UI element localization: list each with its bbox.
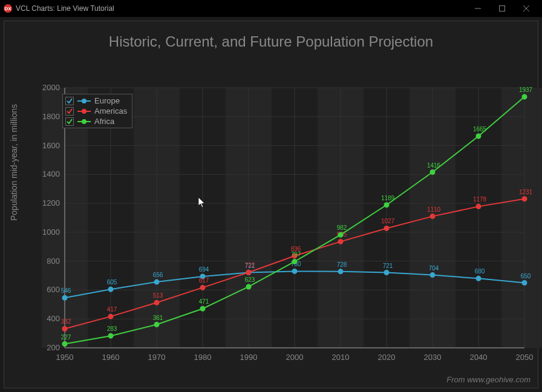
legend-checkbox-americas[interactable] bbox=[65, 107, 74, 116]
svg-point-68 bbox=[384, 270, 390, 275]
svg-text:1990: 1990 bbox=[240, 353, 258, 362]
svg-point-88 bbox=[338, 239, 344, 244]
legend-label: Africa bbox=[94, 117, 114, 126]
svg-text:1110: 1110 bbox=[427, 206, 441, 213]
svg-point-110 bbox=[338, 232, 344, 238]
svg-text:400: 400 bbox=[47, 314, 60, 323]
svg-rect-9 bbox=[501, 88, 542, 348]
svg-rect-1 bbox=[500, 6, 505, 11]
svg-point-112 bbox=[384, 202, 390, 207]
svg-text:1950: 1950 bbox=[56, 353, 74, 362]
legend-marker-europe bbox=[77, 97, 91, 105]
svg-text:417: 417 bbox=[107, 306, 117, 313]
svg-text:513: 513 bbox=[153, 292, 163, 299]
svg-text:332: 332 bbox=[61, 318, 71, 325]
legend-item-americas[interactable]: Americas bbox=[64, 106, 131, 116]
legend-item-africa[interactable]: Africa bbox=[64, 116, 131, 126]
svg-text:1980: 1980 bbox=[194, 353, 212, 362]
svg-text:2020: 2020 bbox=[378, 353, 396, 362]
svg-text:2050: 2050 bbox=[516, 353, 534, 362]
chart-title: Historic, Current, and Future Population… bbox=[4, 21, 538, 50]
svg-point-58 bbox=[154, 279, 160, 285]
svg-text:650: 650 bbox=[521, 273, 531, 279]
legend-checkbox-europe[interactable] bbox=[65, 97, 74, 105]
svg-text:600: 600 bbox=[47, 285, 60, 294]
svg-text:2000: 2000 bbox=[42, 83, 60, 92]
svg-text:200: 200 bbox=[47, 343, 60, 352]
app-icon: DX bbox=[4, 4, 12, 13]
close-button[interactable] bbox=[514, 0, 538, 17]
svg-text:283: 283 bbox=[107, 325, 117, 332]
svg-text:361: 361 bbox=[153, 315, 163, 321]
svg-point-96 bbox=[522, 196, 527, 201]
svg-point-90 bbox=[384, 226, 390, 231]
window-titlebar: DX VCL Charts: Line View Tutorial bbox=[0, 0, 542, 17]
window-title: VCL Charts: Line View Tutorial bbox=[16, 4, 114, 13]
svg-point-94 bbox=[476, 204, 482, 209]
svg-point-108 bbox=[292, 259, 298, 264]
svg-text:728: 728 bbox=[337, 261, 347, 268]
svg-text:1600: 1600 bbox=[42, 141, 60, 150]
svg-point-102 bbox=[154, 322, 160, 327]
svg-text:704: 704 bbox=[429, 265, 439, 272]
legend-marker-africa bbox=[77, 118, 91, 125]
svg-text:1200: 1200 bbox=[42, 198, 60, 207]
svg-text:1189: 1189 bbox=[381, 195, 395, 201]
svg-point-104 bbox=[200, 306, 206, 312]
svg-text:800: 800 bbox=[47, 256, 60, 266]
svg-text:471: 471 bbox=[199, 298, 209, 305]
svg-text:680: 680 bbox=[475, 268, 485, 275]
svg-text:1231: 1231 bbox=[519, 189, 533, 195]
svg-text:656: 656 bbox=[153, 272, 163, 278]
svg-text:1000: 1000 bbox=[42, 227, 60, 237]
legend-item-europe[interactable]: Europe bbox=[64, 96, 131, 106]
svg-text:617: 617 bbox=[199, 277, 209, 284]
chart-credit: From www.geohive.com bbox=[446, 375, 531, 384]
y-axis-label: Population mid-year, in millions bbox=[9, 104, 19, 221]
svg-point-78 bbox=[108, 314, 114, 319]
chart-container: Historic, Current, and Future Population… bbox=[4, 21, 538, 388]
svg-text:1416: 1416 bbox=[427, 162, 441, 169]
svg-point-72 bbox=[476, 276, 482, 281]
svg-text:2040: 2040 bbox=[470, 353, 488, 362]
svg-point-74 bbox=[522, 280, 527, 286]
svg-point-80 bbox=[154, 300, 160, 305]
svg-text:2030: 2030 bbox=[424, 353, 442, 362]
svg-point-56 bbox=[108, 287, 114, 292]
svg-text:722: 722 bbox=[245, 262, 255, 269]
svg-point-92 bbox=[430, 214, 436, 219]
svg-text:605: 605 bbox=[107, 279, 117, 286]
legend-checkbox-africa[interactable] bbox=[65, 117, 74, 126]
svg-point-114 bbox=[430, 169, 436, 175]
svg-point-84 bbox=[246, 270, 252, 275]
minimize-button[interactable] bbox=[466, 0, 490, 17]
svg-text:1970: 1970 bbox=[148, 353, 166, 362]
svg-point-76 bbox=[62, 326, 68, 332]
svg-text:1665: 1665 bbox=[473, 126, 487, 132]
svg-text:1800: 1800 bbox=[42, 112, 60, 121]
svg-text:2010: 2010 bbox=[332, 353, 350, 362]
svg-point-54 bbox=[62, 295, 68, 301]
maximize-button[interactable] bbox=[490, 0, 514, 17]
svg-point-100 bbox=[108, 333, 114, 339]
svg-point-118 bbox=[522, 94, 527, 100]
svg-point-106 bbox=[246, 284, 252, 289]
svg-text:2000: 2000 bbox=[286, 353, 304, 362]
legend-marker-americas bbox=[77, 108, 91, 115]
svg-point-66 bbox=[338, 269, 344, 274]
svg-text:1400: 1400 bbox=[42, 169, 60, 178]
legend-label: Americas bbox=[94, 106, 127, 116]
svg-text:1960: 1960 bbox=[102, 353, 120, 362]
svg-text:1937: 1937 bbox=[519, 87, 533, 93]
chart-legend: Europe Americas Africa bbox=[62, 94, 132, 128]
svg-text:546: 546 bbox=[61, 287, 71, 294]
svg-text:694: 694 bbox=[199, 266, 209, 273]
svg-point-70 bbox=[430, 272, 436, 278]
svg-text:1178: 1178 bbox=[473, 196, 487, 203]
svg-text:1027: 1027 bbox=[381, 218, 395, 224]
svg-point-98 bbox=[62, 341, 68, 347]
svg-text:982: 982 bbox=[337, 224, 347, 231]
svg-text:721: 721 bbox=[383, 263, 393, 269]
svg-text:623: 623 bbox=[245, 276, 255, 283]
legend-label: Europe bbox=[94, 96, 120, 105]
